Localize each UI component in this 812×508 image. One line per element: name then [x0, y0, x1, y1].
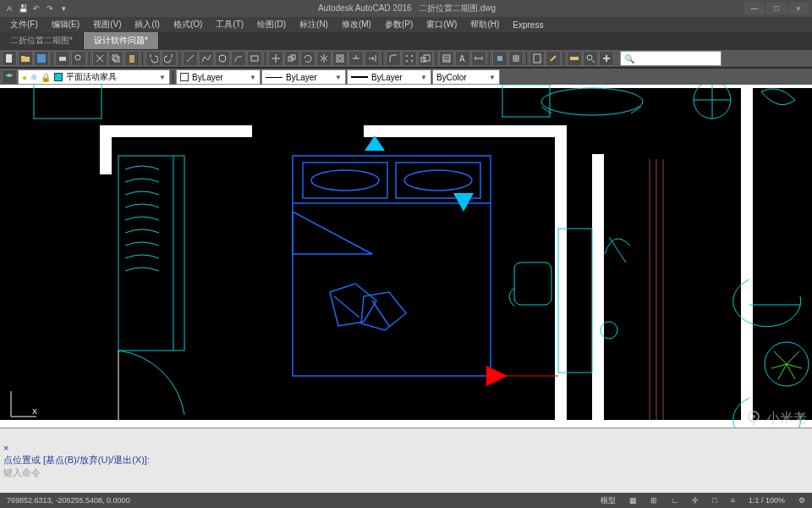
menu-modify[interactable]: 修改(M): [335, 17, 378, 32]
svg-rect-9: [251, 56, 258, 61]
redo-icon[interactable]: [162, 51, 177, 66]
fillet-icon[interactable]: [386, 51, 401, 66]
menu-insert[interactable]: 插入(I): [128, 17, 166, 32]
menu-window[interactable]: 窗口(W): [420, 17, 464, 32]
drawing-canvas[interactable]: X: [0, 85, 812, 428]
filetab-1[interactable]: 二折位置二期图*: [0, 32, 84, 49]
paste-icon[interactable]: [124, 51, 140, 66]
menu-edit[interactable]: 编辑(E): [45, 17, 86, 32]
hatch-icon[interactable]: [439, 51, 454, 66]
open-icon[interactable]: [18, 51, 33, 66]
polyline-icon[interactable]: [199, 51, 214, 66]
array-icon[interactable]: [402, 51, 417, 66]
model-indicator[interactable]: 模型: [597, 495, 619, 506]
customize-icon[interactable]: ⚙: [795, 496, 809, 505]
linetype-dropdown[interactable]: ByLayer ▼: [261, 69, 346, 85]
menu-help[interactable]: 帮助(H): [464, 17, 506, 32]
trim-icon[interactable]: [348, 51, 364, 66]
undo-icon[interactable]: [145, 51, 161, 66]
qat-more-icon[interactable]: ▾: [58, 3, 69, 14]
qat-save-icon[interactable]: 💾: [17, 3, 29, 14]
lineweight-toggle[interactable]: ≡: [727, 496, 738, 505]
svg-rect-39: [558, 229, 592, 373]
snap-toggle[interactable]: ⊞: [647, 496, 661, 505]
titlebar-title: Autodesk AutoCAD 2016 二折位置二期图.dwg: [69, 3, 744, 14]
zoom-readout[interactable]: 1:1 / 100%: [745, 496, 788, 505]
menu-format[interactable]: 格式(O): [167, 17, 209, 32]
circle-icon[interactable]: [215, 51, 230, 66]
svg-rect-6: [129, 55, 134, 63]
svg-line-7: [187, 55, 194, 62]
svg-rect-5: [114, 57, 119, 62]
menu-dimension[interactable]: 标注(N): [293, 17, 335, 32]
color-dropdown[interactable]: ByLayer ▼: [176, 69, 261, 85]
menu-parametric[interactable]: 参数(P): [378, 17, 420, 32]
cmd-input[interactable]: 键入命令: [3, 467, 41, 478]
rotate-icon[interactable]: [300, 51, 315, 66]
ortho-toggle[interactable]: ∟: [667, 496, 682, 505]
scale-icon[interactable]: [418, 51, 433, 66]
bed-block[interactable]: [293, 156, 491, 376]
minimize-button[interactable]: —: [744, 3, 765, 14]
svg-point-16: [406, 60, 408, 62]
match-icon[interactable]: [546, 51, 561, 66]
zoom-icon[interactable]: [583, 51, 598, 66]
extend-icon[interactable]: [365, 51, 380, 66]
copy-icon[interactable]: [108, 51, 123, 66]
gizmo-arrow-down[interactable]: [453, 193, 474, 212]
statusbar: 769852.6313, -206255.5408, 0.0000 模型 ▦ ⊞…: [0, 493, 812, 508]
copy2-icon[interactable]: [284, 51, 299, 66]
menu-express[interactable]: Express: [506, 17, 550, 32]
mirror-icon[interactable]: [316, 51, 332, 66]
menu-view[interactable]: 视图(V): [86, 17, 128, 32]
print-icon[interactable]: [55, 51, 70, 66]
insert-icon[interactable]: [508, 51, 524, 66]
move-icon[interactable]: [268, 51, 283, 66]
qat-redo-icon[interactable]: ↷: [44, 3, 56, 14]
maximize-button[interactable]: □: [766, 3, 787, 14]
svg-rect-30: [396, 163, 480, 198]
qat-undo-icon[interactable]: ↶: [30, 3, 42, 14]
line-icon[interactable]: [183, 51, 198, 66]
preview-icon[interactable]: [71, 51, 86, 66]
polar-toggle[interactable]: ✢: [689, 496, 702, 505]
panel-lines: [650, 159, 663, 420]
save-icon[interactable]: [34, 51, 49, 66]
svg-line-44: [787, 351, 799, 364]
commandline[interactable]: × 点位置或 [基点(B)/放弃(U)/退出(X)]: 键入命令: [0, 428, 812, 493]
svg-point-31: [311, 170, 379, 190]
svg-rect-22: [497, 56, 502, 61]
plotstyle-dropdown[interactable]: ByColor ▼: [432, 69, 500, 85]
svg-rect-40: [514, 262, 551, 305]
text-icon[interactable]: A: [455, 51, 470, 66]
gizmo-arrow-right[interactable]: [486, 366, 508, 386]
freeze-icon: ❄: [30, 73, 37, 82]
rectangle-icon[interactable]: [247, 51, 262, 66]
dimension-icon[interactable]: [471, 51, 486, 66]
menu-file[interactable]: 文件(F): [3, 17, 45, 32]
pan-icon[interactable]: [599, 51, 614, 66]
svg-rect-24: [534, 54, 540, 63]
measure-icon[interactable]: [567, 51, 582, 66]
menu-draw[interactable]: 绘图(D): [250, 17, 293, 32]
svg-point-15: [411, 55, 413, 57]
svg-rect-1: [37, 54, 46, 63]
block-icon[interactable]: [492, 51, 508, 66]
layer-dropdown[interactable]: ● ❄ 🔒 平面活动家具 ▼: [18, 69, 170, 85]
lineweight-dropdown[interactable]: ByLayer ▼: [347, 69, 431, 85]
layer-tool-icon[interactable]: [2, 69, 17, 85]
search-box[interactable]: 🔍: [620, 51, 721, 66]
offset-icon[interactable]: [332, 51, 348, 66]
osnap-toggle[interactable]: □: [709, 496, 720, 505]
menu-tools[interactable]: 工具(T): [209, 17, 250, 32]
new-icon[interactable]: [2, 51, 17, 66]
filetab-2[interactable]: 设计软件问题*: [84, 32, 159, 49]
grid-toggle[interactable]: ▦: [626, 496, 640, 505]
cut-icon[interactable]: [92, 51, 107, 66]
gizmo-arrow-up[interactable]: [365, 135, 385, 151]
svg-line-35: [334, 296, 359, 318]
arc-icon[interactable]: [231, 51, 246, 66]
close-button[interactable]: ×: [788, 3, 809, 14]
properties-icon[interactable]: [529, 51, 545, 66]
cmd-close-icon[interactable]: ×: [3, 443, 8, 453]
